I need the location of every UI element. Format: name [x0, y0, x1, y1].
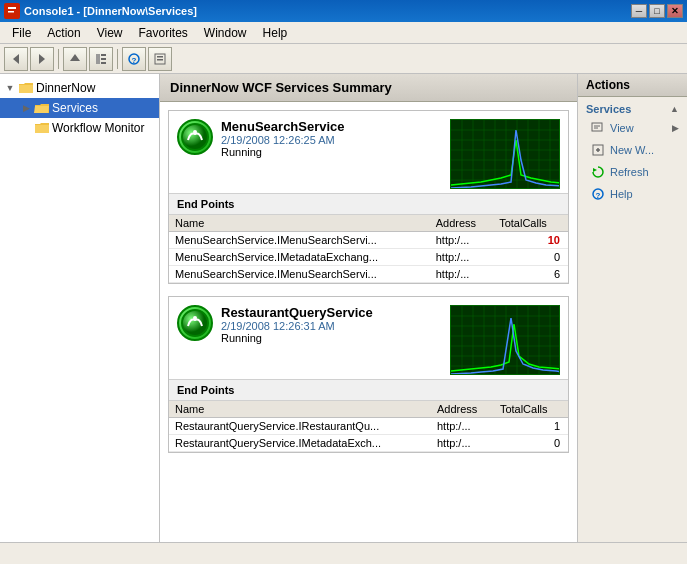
- content-scroll[interactable]: MenuSearchService 2/19/2008 12:26:25 AM …: [160, 102, 577, 542]
- service-status-menusearch: Running: [221, 146, 450, 158]
- status-bar: [0, 542, 687, 564]
- toolbar-separator-1: [58, 49, 59, 69]
- title-bar: Console1 - [DinnerNow\Services] ─ □ ✕: [0, 0, 687, 22]
- endpoints-label-menusearch: End Points: [169, 193, 568, 215]
- tree-expander-dinnernow[interactable]: ▼: [4, 82, 16, 94]
- svg-point-32: [182, 310, 208, 336]
- col-header-name-1: Name: [169, 215, 430, 232]
- close-button[interactable]: ✕: [667, 4, 683, 18]
- table-row[interactable]: RestaurantQueryService.IRestaurantQu... …: [169, 418, 568, 435]
- content-area: DinnerNow WCF Services Summary MenuSearc: [160, 74, 577, 542]
- svg-rect-1: [8, 7, 16, 9]
- endpoint-calls: 6: [493, 266, 568, 283]
- new-icon: [590, 142, 606, 158]
- action-refresh-label: Refresh: [610, 166, 649, 178]
- menu-window[interactable]: Window: [196, 24, 255, 42]
- service-chart-restaurantquery: [450, 305, 560, 375]
- app-icon: [4, 3, 20, 19]
- endpoints-table-restaurantquery: Name Address TotalCalls RestaurantQueryS…: [169, 401, 568, 452]
- tree-item-services[interactable]: ▶ Services: [0, 98, 159, 118]
- svg-rect-13: [157, 56, 163, 58]
- table-row[interactable]: MenuSearchService.IMenuSearchServi... ht…: [169, 266, 568, 283]
- main-layout: ▼ DinnerNow ▶ Services Workflow Monitor …: [0, 74, 687, 542]
- svg-rect-14: [157, 59, 163, 61]
- endpoint-name: MenuSearchService.IMenuSearchServi...: [169, 232, 430, 249]
- tree-expander-services[interactable]: ▶: [20, 102, 32, 114]
- endpoint-name: RestaurantQueryService.IMetadataExch...: [169, 435, 431, 452]
- endpoint-name: RestaurantQueryService.IRestaurantQu...: [169, 418, 431, 435]
- endpoints-label-restaurantquery: End Points: [169, 379, 568, 401]
- col-header-calls-1: TotalCalls: [493, 215, 568, 232]
- help-icon: ?: [590, 186, 606, 202]
- menu-view[interactable]: View: [89, 24, 131, 42]
- toolbar-separator-2: [117, 49, 118, 69]
- service-date-restaurantquery: 2/19/2008 12:26:31 AM: [221, 320, 450, 332]
- maximize-button[interactable]: □: [649, 4, 665, 18]
- service-card-menusearch: MenuSearchService 2/19/2008 12:26:25 AM …: [168, 110, 569, 284]
- service-card-restaurantquery: RestaurantQueryService 2/19/2008 12:26:3…: [168, 296, 569, 453]
- endpoint-address: http:/...: [430, 249, 493, 266]
- svg-marker-3: [13, 54, 19, 64]
- view-submenu-arrow: ▶: [672, 123, 679, 133]
- actions-section-services: Services ▲ View ▶ New W... Refr: [578, 97, 687, 207]
- actions-section-label: Services: [586, 103, 631, 115]
- service-status-restaurantquery: Running: [221, 332, 450, 344]
- svg-marker-5: [70, 54, 80, 61]
- menu-bar: File Action View Favorites Window Help: [0, 22, 687, 44]
- actions-header: Actions: [578, 74, 687, 97]
- refresh-icon: [590, 164, 606, 180]
- show-hide-button[interactable]: [89, 47, 113, 71]
- service-info-menusearch: MenuSearchService 2/19/2008 12:26:25 AM …: [221, 119, 450, 158]
- endpoints-table-menusearch: Name Address TotalCalls MenuSearchServic…: [169, 215, 568, 283]
- minimize-button[interactable]: ─: [631, 4, 647, 18]
- sidebar: ▼ DinnerNow ▶ Services Workflow Monitor: [0, 74, 160, 542]
- service-icon-restaurantquery: [177, 305, 213, 341]
- action-help[interactable]: ? Help: [578, 183, 687, 205]
- svg-rect-9: [101, 62, 106, 64]
- svg-rect-2: [8, 11, 14, 13]
- col-header-address-2: Address: [431, 401, 494, 418]
- service-info-restaurantquery: RestaurantQueryService 2/19/2008 12:26:3…: [221, 305, 450, 344]
- endpoint-calls: 0: [494, 435, 568, 452]
- table-row[interactable]: MenuSearchService.IMetadataExchang... ht…: [169, 249, 568, 266]
- action-view[interactable]: View ▶: [578, 117, 687, 139]
- svg-rect-6: [96, 54, 100, 64]
- menu-file[interactable]: File: [4, 24, 39, 42]
- tree-label-dinnernow: DinnerNow: [36, 81, 95, 95]
- view-icon: [590, 120, 606, 136]
- toolbar: ?: [0, 44, 687, 74]
- table-row[interactable]: RestaurantQueryService.IMetadataExch... …: [169, 435, 568, 452]
- service-name-menusearch: MenuSearchService: [221, 119, 450, 134]
- window-title: Console1 - [DinnerNow\Services]: [24, 5, 631, 17]
- svg-rect-0: [6, 5, 18, 15]
- svg-point-33: [193, 316, 197, 320]
- window-controls[interactable]: ─ □ ✕: [631, 4, 683, 18]
- tree-expander-workflow[interactable]: [20, 122, 32, 134]
- help-toolbar-button[interactable]: ?: [122, 47, 146, 71]
- endpoint-calls: 10: [493, 232, 568, 249]
- tree-label-workflow: Workflow Monitor: [52, 121, 144, 135]
- menu-help[interactable]: Help: [255, 24, 296, 42]
- endpoint-address: http:/...: [430, 232, 493, 249]
- action-new-label: New W...: [610, 144, 654, 156]
- tree-item-workflow[interactable]: Workflow Monitor: [0, 118, 159, 138]
- table-row[interactable]: MenuSearchService.IMenuSearchServi... ht…: [169, 232, 568, 249]
- endpoint-address: http:/...: [431, 435, 494, 452]
- svg-marker-55: [593, 168, 597, 172]
- forward-button[interactable]: [30, 47, 54, 71]
- action-refresh[interactable]: Refresh: [578, 161, 687, 183]
- up-button[interactable]: [63, 47, 87, 71]
- menu-favorites[interactable]: Favorites: [131, 24, 196, 42]
- endpoint-calls: 1: [494, 418, 568, 435]
- menu-action[interactable]: Action: [39, 24, 88, 42]
- properties-button[interactable]: [148, 47, 172, 71]
- svg-point-16: [193, 130, 197, 134]
- action-help-label: Help: [610, 188, 633, 200]
- svg-text:?: ?: [596, 191, 601, 200]
- action-new[interactable]: New W...: [578, 139, 687, 161]
- endpoint-name: MenuSearchService.IMenuSearchServi...: [169, 266, 430, 283]
- tree-item-dinnernow[interactable]: ▼ DinnerNow: [0, 78, 159, 98]
- actions-section-services-header[interactable]: Services ▲: [578, 99, 687, 117]
- back-button[interactable]: [4, 47, 28, 71]
- svg-rect-49: [592, 123, 602, 131]
